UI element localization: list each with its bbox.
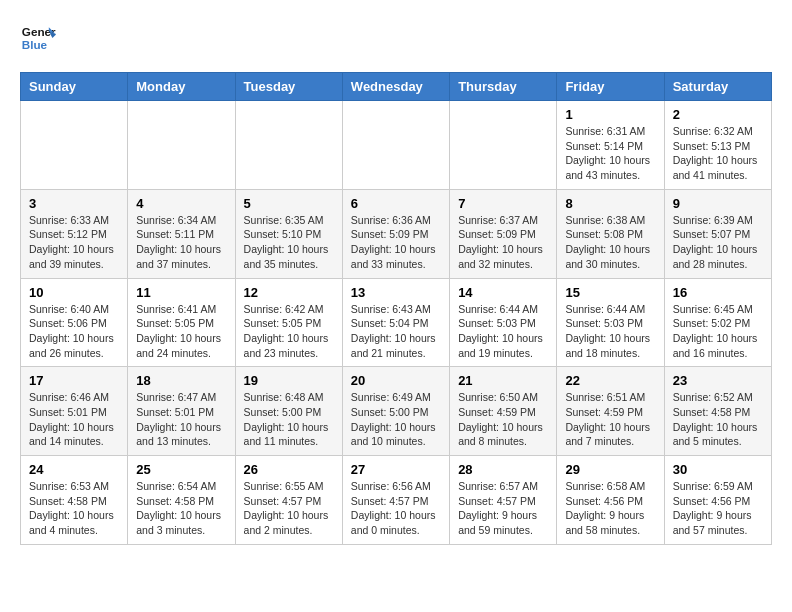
day-number: 14 bbox=[458, 285, 548, 300]
day-cell: 14Sunrise: 6:44 AM Sunset: 5:03 PM Dayli… bbox=[450, 278, 557, 367]
day-number: 23 bbox=[673, 373, 763, 388]
day-number: 26 bbox=[244, 462, 334, 477]
weekday-header-monday: Monday bbox=[128, 73, 235, 101]
day-number: 30 bbox=[673, 462, 763, 477]
day-number: 28 bbox=[458, 462, 548, 477]
day-cell: 7Sunrise: 6:37 AM Sunset: 5:09 PM Daylig… bbox=[450, 189, 557, 278]
day-cell: 22Sunrise: 6:51 AM Sunset: 4:59 PM Dayli… bbox=[557, 367, 664, 456]
day-info: Sunrise: 6:50 AM Sunset: 4:59 PM Dayligh… bbox=[458, 390, 548, 449]
logo-icon: General Blue bbox=[20, 20, 56, 56]
week-row-2: 3Sunrise: 6:33 AM Sunset: 5:12 PM Daylig… bbox=[21, 189, 772, 278]
week-row-1: 1Sunrise: 6:31 AM Sunset: 5:14 PM Daylig… bbox=[21, 101, 772, 190]
day-number: 10 bbox=[29, 285, 119, 300]
day-number: 24 bbox=[29, 462, 119, 477]
week-row-4: 17Sunrise: 6:46 AM Sunset: 5:01 PM Dayli… bbox=[21, 367, 772, 456]
weekday-header-tuesday: Tuesday bbox=[235, 73, 342, 101]
day-number: 16 bbox=[673, 285, 763, 300]
svg-text:Blue: Blue bbox=[22, 38, 48, 51]
day-number: 1 bbox=[565, 107, 655, 122]
day-number: 21 bbox=[458, 373, 548, 388]
calendar-body: 1Sunrise: 6:31 AM Sunset: 5:14 PM Daylig… bbox=[21, 101, 772, 545]
day-cell: 28Sunrise: 6:57 AM Sunset: 4:57 PM Dayli… bbox=[450, 456, 557, 545]
day-number: 25 bbox=[136, 462, 226, 477]
day-info: Sunrise: 6:39 AM Sunset: 5:07 PM Dayligh… bbox=[673, 213, 763, 272]
day-info: Sunrise: 6:57 AM Sunset: 4:57 PM Dayligh… bbox=[458, 479, 548, 538]
day-info: Sunrise: 6:46 AM Sunset: 5:01 PM Dayligh… bbox=[29, 390, 119, 449]
day-info: Sunrise: 6:41 AM Sunset: 5:05 PM Dayligh… bbox=[136, 302, 226, 361]
day-cell: 11Sunrise: 6:41 AM Sunset: 5:05 PM Dayli… bbox=[128, 278, 235, 367]
day-info: Sunrise: 6:56 AM Sunset: 4:57 PM Dayligh… bbox=[351, 479, 441, 538]
day-info: Sunrise: 6:44 AM Sunset: 5:03 PM Dayligh… bbox=[458, 302, 548, 361]
weekday-header-friday: Friday bbox=[557, 73, 664, 101]
day-number: 20 bbox=[351, 373, 441, 388]
day-cell bbox=[342, 101, 449, 190]
day-cell: 13Sunrise: 6:43 AM Sunset: 5:04 PM Dayli… bbox=[342, 278, 449, 367]
day-number: 5 bbox=[244, 196, 334, 211]
day-cell bbox=[21, 101, 128, 190]
day-cell: 26Sunrise: 6:55 AM Sunset: 4:57 PM Dayli… bbox=[235, 456, 342, 545]
day-cell: 9Sunrise: 6:39 AM Sunset: 5:07 PM Daylig… bbox=[664, 189, 771, 278]
calendar: SundayMondayTuesdayWednesdayThursdayFrid… bbox=[20, 72, 772, 545]
day-number: 22 bbox=[565, 373, 655, 388]
day-info: Sunrise: 6:31 AM Sunset: 5:14 PM Dayligh… bbox=[565, 124, 655, 183]
day-info: Sunrise: 6:55 AM Sunset: 4:57 PM Dayligh… bbox=[244, 479, 334, 538]
day-cell: 27Sunrise: 6:56 AM Sunset: 4:57 PM Dayli… bbox=[342, 456, 449, 545]
day-cell: 16Sunrise: 6:45 AM Sunset: 5:02 PM Dayli… bbox=[664, 278, 771, 367]
day-number: 8 bbox=[565, 196, 655, 211]
day-info: Sunrise: 6:32 AM Sunset: 5:13 PM Dayligh… bbox=[673, 124, 763, 183]
weekday-header-thursday: Thursday bbox=[450, 73, 557, 101]
day-info: Sunrise: 6:43 AM Sunset: 5:04 PM Dayligh… bbox=[351, 302, 441, 361]
day-cell bbox=[235, 101, 342, 190]
day-cell: 3Sunrise: 6:33 AM Sunset: 5:12 PM Daylig… bbox=[21, 189, 128, 278]
day-info: Sunrise: 6:48 AM Sunset: 5:00 PM Dayligh… bbox=[244, 390, 334, 449]
day-info: Sunrise: 6:52 AM Sunset: 4:58 PM Dayligh… bbox=[673, 390, 763, 449]
day-number: 7 bbox=[458, 196, 548, 211]
weekday-header-wednesday: Wednesday bbox=[342, 73, 449, 101]
week-row-5: 24Sunrise: 6:53 AM Sunset: 4:58 PM Dayli… bbox=[21, 456, 772, 545]
day-cell: 20Sunrise: 6:49 AM Sunset: 5:00 PM Dayli… bbox=[342, 367, 449, 456]
day-number: 9 bbox=[673, 196, 763, 211]
day-info: Sunrise: 6:36 AM Sunset: 5:09 PM Dayligh… bbox=[351, 213, 441, 272]
day-number: 19 bbox=[244, 373, 334, 388]
day-cell: 19Sunrise: 6:48 AM Sunset: 5:00 PM Dayli… bbox=[235, 367, 342, 456]
day-info: Sunrise: 6:40 AM Sunset: 5:06 PM Dayligh… bbox=[29, 302, 119, 361]
header: General Blue bbox=[20, 20, 772, 56]
weekday-header-saturday: Saturday bbox=[664, 73, 771, 101]
day-info: Sunrise: 6:42 AM Sunset: 5:05 PM Dayligh… bbox=[244, 302, 334, 361]
day-number: 3 bbox=[29, 196, 119, 211]
day-cell: 30Sunrise: 6:59 AM Sunset: 4:56 PM Dayli… bbox=[664, 456, 771, 545]
day-number: 29 bbox=[565, 462, 655, 477]
weekday-header-sunday: Sunday bbox=[21, 73, 128, 101]
day-cell: 18Sunrise: 6:47 AM Sunset: 5:01 PM Dayli… bbox=[128, 367, 235, 456]
day-number: 18 bbox=[136, 373, 226, 388]
day-cell: 25Sunrise: 6:54 AM Sunset: 4:58 PM Dayli… bbox=[128, 456, 235, 545]
day-cell: 21Sunrise: 6:50 AM Sunset: 4:59 PM Dayli… bbox=[450, 367, 557, 456]
day-info: Sunrise: 6:37 AM Sunset: 5:09 PM Dayligh… bbox=[458, 213, 548, 272]
day-number: 2 bbox=[673, 107, 763, 122]
day-number: 17 bbox=[29, 373, 119, 388]
day-cell bbox=[128, 101, 235, 190]
logo: General Blue bbox=[20, 20, 60, 56]
day-cell: 5Sunrise: 6:35 AM Sunset: 5:10 PM Daylig… bbox=[235, 189, 342, 278]
day-cell: 29Sunrise: 6:58 AM Sunset: 4:56 PM Dayli… bbox=[557, 456, 664, 545]
day-info: Sunrise: 6:33 AM Sunset: 5:12 PM Dayligh… bbox=[29, 213, 119, 272]
day-cell: 8Sunrise: 6:38 AM Sunset: 5:08 PM Daylig… bbox=[557, 189, 664, 278]
day-cell: 4Sunrise: 6:34 AM Sunset: 5:11 PM Daylig… bbox=[128, 189, 235, 278]
day-cell: 10Sunrise: 6:40 AM Sunset: 5:06 PM Dayli… bbox=[21, 278, 128, 367]
day-cell: 1Sunrise: 6:31 AM Sunset: 5:14 PM Daylig… bbox=[557, 101, 664, 190]
day-cell: 24Sunrise: 6:53 AM Sunset: 4:58 PM Dayli… bbox=[21, 456, 128, 545]
day-number: 15 bbox=[565, 285, 655, 300]
week-row-3: 10Sunrise: 6:40 AM Sunset: 5:06 PM Dayli… bbox=[21, 278, 772, 367]
day-cell: 17Sunrise: 6:46 AM Sunset: 5:01 PM Dayli… bbox=[21, 367, 128, 456]
day-info: Sunrise: 6:44 AM Sunset: 5:03 PM Dayligh… bbox=[565, 302, 655, 361]
day-info: Sunrise: 6:59 AM Sunset: 4:56 PM Dayligh… bbox=[673, 479, 763, 538]
day-number: 6 bbox=[351, 196, 441, 211]
day-info: Sunrise: 6:34 AM Sunset: 5:11 PM Dayligh… bbox=[136, 213, 226, 272]
day-info: Sunrise: 6:47 AM Sunset: 5:01 PM Dayligh… bbox=[136, 390, 226, 449]
day-number: 13 bbox=[351, 285, 441, 300]
day-cell: 23Sunrise: 6:52 AM Sunset: 4:58 PM Dayli… bbox=[664, 367, 771, 456]
day-info: Sunrise: 6:49 AM Sunset: 5:00 PM Dayligh… bbox=[351, 390, 441, 449]
day-info: Sunrise: 6:38 AM Sunset: 5:08 PM Dayligh… bbox=[565, 213, 655, 272]
day-cell bbox=[450, 101, 557, 190]
day-cell: 2Sunrise: 6:32 AM Sunset: 5:13 PM Daylig… bbox=[664, 101, 771, 190]
